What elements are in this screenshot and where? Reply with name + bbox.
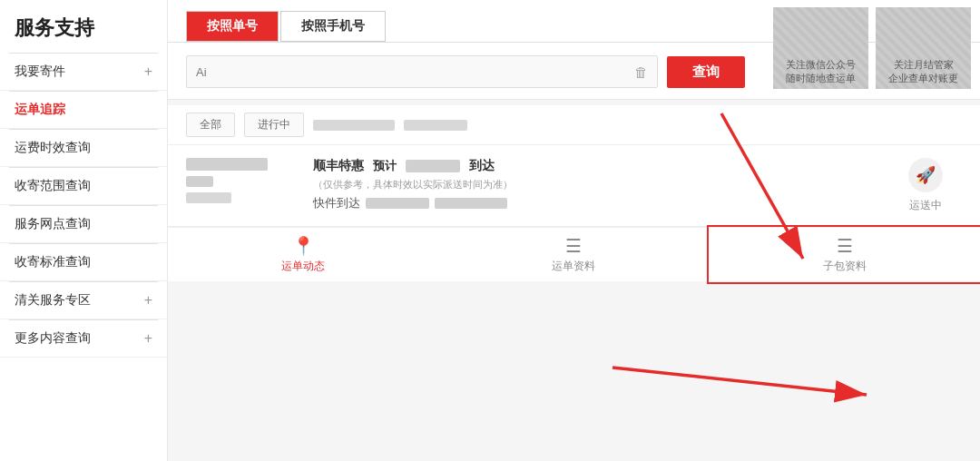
sidebar-item-label: 更多内容查询	[15, 330, 91, 347]
sidebar-item-label: 运费时效查询	[15, 140, 91, 156]
tab-sub-package-label: 子包资料	[823, 259, 867, 274]
pkg-sub-blur	[186, 176, 213, 187]
status-text: 运送中	[909, 198, 942, 213]
pkg-sub-note: （仅供参考，具体时效以实际派送时间为准）	[313, 178, 871, 191]
pkg-date-blur	[406, 160, 460, 172]
tab-by-phone[interactable]: 按照手机号	[280, 11, 386, 42]
sidebar-item-label: 清关服务专区	[15, 292, 91, 309]
pkg-dest-prefix: 快件到达	[313, 195, 360, 211]
plus-icon-customs: +	[144, 292, 152, 309]
pkg-title-row: 顺丰特惠 预计 到达	[313, 158, 871, 174]
pkg-eta-label: 到达	[469, 158, 495, 174]
plus-icon-send: +	[144, 64, 152, 80]
filter-active[interactable]: 进行中	[244, 113, 304, 137]
sidebar-title: 服务支持	[0, 9, 167, 53]
pkg-order-blur	[186, 158, 268, 171]
location-icon: 📍	[292, 237, 315, 255]
package-row: 顺丰特惠 预计 到达 （仅供参考，具体时效以实际派送时间为准） 快件到达 🚀 运…	[168, 145, 980, 227]
search-input-wrap: 🗑	[186, 55, 658, 88]
svg-line-3	[612, 368, 867, 395]
tab-waybill-dynamics-label: 运单动态	[281, 259, 325, 274]
pkg-middle: 顺丰特惠 预计 到达 （仅供参考，具体时效以实际派送时间为准） 快件到达	[313, 158, 871, 211]
bottom-tab-waybill-info[interactable]: ☰ 运单资料	[438, 228, 709, 281]
sub-list-icon: ☰	[837, 237, 853, 255]
main-content: 关注微信公众号随时随地查运单 关注月结管家企业查单对账更 按照单号 按照手机号 …	[168, 0, 980, 461]
plus-icon-more: +	[144, 330, 152, 347]
tab-by-order[interactable]: 按照单号	[186, 11, 279, 42]
sidebar-item-track[interactable]: 运单追踪	[0, 92, 167, 129]
sidebar-item-fee[interactable]: 运费时效查询	[0, 130, 167, 167]
filter-blur-1	[313, 120, 395, 131]
tab-waybill-info-label: 运单资料	[552, 259, 595, 274]
wechat-qr-image: 关注微信公众号随时随地查运单	[773, 7, 868, 89]
pkg-service: 顺丰特惠	[313, 158, 364, 174]
monthly-qr-image: 关注月结管家企业查单对账更	[876, 7, 971, 89]
sidebar-item-customs[interactable]: 清关服务专区 +	[0, 282, 167, 319]
sidebar-item-standard[interactable]: 收寄标准查询	[0, 244, 167, 281]
filter-bar: 全部 进行中	[168, 105, 980, 145]
sidebar-item-label: 收寄范围查询	[15, 178, 91, 194]
sidebar-item-more[interactable]: 更多内容查询 +	[0, 320, 167, 358]
sidebar-item-label: 我要寄件	[15, 64, 65, 80]
sidebar-item-send[interactable]: 我要寄件 +	[0, 54, 167, 91]
wechat-label: 关注微信公众号随时随地查运单	[773, 58, 868, 85]
right-images-area: 关注微信公众号随时随地查运单 关注月结管家企业查单对账更	[764, 0, 980, 96]
sidebar-item-network[interactable]: 服务网点查询	[0, 206, 167, 243]
pkg-dest-detail-blur	[435, 198, 507, 209]
list-icon: ☰	[565, 237, 582, 255]
pkg-info-left	[186, 158, 295, 203]
trash-icon[interactable]: 🗑	[634, 64, 648, 80]
result-section: 全部 进行中 顺丰特惠 预计 到达 （仅供参考，具体时效以实际派送时间为准）	[168, 105, 980, 281]
top-section: 关注微信公众号随时随地查运单 关注月结管家企业查单对账更 按照单号 按照手机号 …	[168, 0, 980, 100]
sidebar-item-range[interactable]: 收寄范围查询	[0, 168, 167, 205]
filter-blur-2	[404, 120, 467, 131]
sidebar-item-label: 服务网点查询	[15, 216, 91, 232]
sidebar-item-label: 收寄标准查询	[15, 254, 91, 270]
bottom-tab-waybill-dynamics[interactable]: 📍 运单动态	[168, 228, 438, 281]
pkg-detail-blur	[186, 192, 231, 203]
bottom-tab-sub-package[interactable]: ☰ 子包资料	[710, 228, 980, 281]
sidebar: 服务支持 我要寄件 + 运单追踪 运费时效查询 收寄范围查询 服务网点查询 收寄…	[0, 0, 168, 461]
search-input[interactable]	[196, 65, 634, 79]
pkg-dest-row: 快件到达	[313, 195, 871, 211]
pkg-estimate: 预计	[373, 158, 397, 174]
monthly-label: 关注月结管家企业查单对账更	[876, 58, 971, 85]
filter-all[interactable]: 全部	[186, 113, 235, 137]
rocket-icon: 🚀	[908, 158, 943, 192]
query-button[interactable]: 查询	[667, 56, 745, 88]
sidebar-item-label: 运单追踪	[15, 102, 65, 118]
pkg-status: 🚀 运送中	[889, 158, 962, 213]
bottom-tabs: 📍 运单动态 ☰ 运单资料 ☰ 子包资料	[168, 227, 980, 281]
pkg-dest-blur	[366, 198, 429, 209]
